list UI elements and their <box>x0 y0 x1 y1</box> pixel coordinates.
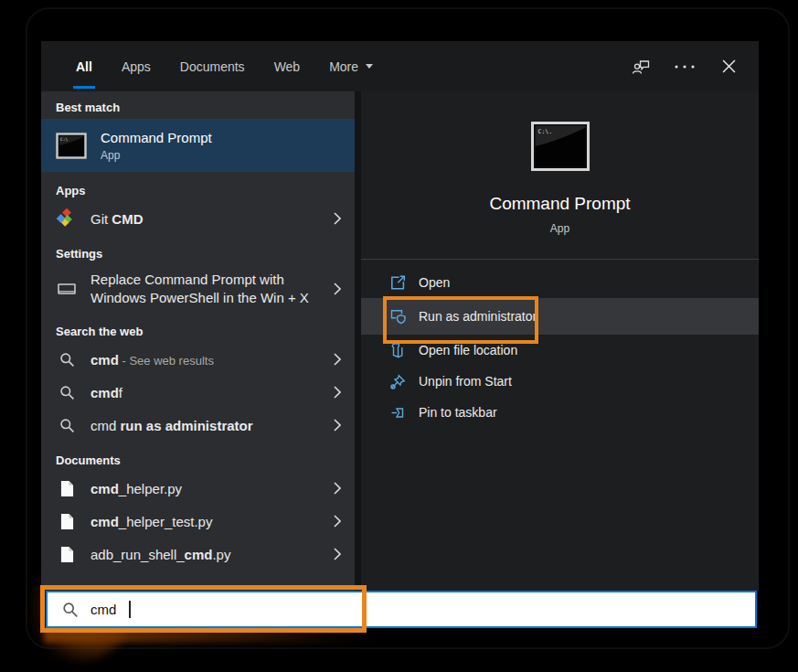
result-web-cmd-see-results[interactable]: cmd - See web results <box>41 343 355 376</box>
result-label: cmd - See web results <box>90 352 318 368</box>
active-tab-underline <box>73 86 95 89</box>
best-match-text: Command Prompt App <box>101 130 212 162</box>
search-icon <box>56 385 78 400</box>
action-run-as-administrator[interactable]: Run as administrator <box>361 298 759 335</box>
feedback-icon[interactable] <box>631 58 651 76</box>
search-icon <box>62 602 79 618</box>
git-icon <box>56 208 78 229</box>
section-header-search-the-web: Search the web <box>41 313 355 343</box>
action-open-file-location[interactable]: Open file location <box>361 335 759 366</box>
result-label: cmd run as administrator <box>90 418 318 433</box>
search-icon <box>56 352 78 368</box>
tab-web-label: Web <box>274 59 301 74</box>
search-icon <box>56 418 78 433</box>
context-actions: Open Run as administrator <box>361 267 759 428</box>
preview-divider <box>361 259 759 260</box>
chevron-right-icon[interactable] <box>331 548 344 560</box>
preview-app-type: App <box>550 222 569 235</box>
preview-pane: C:\. Command Prompt App Open <box>361 91 759 592</box>
action-pin-to-taskbar[interactable]: Pin to taskbar <box>361 397 759 428</box>
preview-app-name: Command Prompt <box>489 194 630 214</box>
chevron-right-icon[interactable] <box>331 283 344 295</box>
tab-all[interactable]: All <box>61 41 107 91</box>
search-results-panes: Best match C:\ Command Prompt App Apps <box>41 91 759 592</box>
search-filter-tabs: All Apps Documents Web More <box>61 41 388 91</box>
tab-more-label: More <box>329 59 358 74</box>
result-label: Replace Command Prompt with Windows Powe… <box>90 271 318 307</box>
results-list-pane: Best match C:\ Command Prompt App Apps <box>41 91 355 586</box>
result-label: cmd_helper_test.py <box>90 514 318 529</box>
best-match-subtitle: App <box>101 149 212 162</box>
result-web-cmd-run-as-administrator[interactable]: cmd run as administrator <box>41 409 355 442</box>
orange-shadow-artifact <box>44 629 382 643</box>
text-cursor <box>129 601 131 618</box>
close-icon[interactable] <box>718 58 739 76</box>
chevron-right-icon[interactable] <box>331 419 344 432</box>
chevron-right-icon[interactable] <box>331 482 344 495</box>
chevron-right-icon[interactable] <box>331 212 344 225</box>
unpin-icon <box>388 373 407 390</box>
svg-text:C:\.: C:\. <box>537 128 552 135</box>
action-open[interactable]: Open <box>361 267 759 298</box>
result-label: cmdf <box>90 385 318 400</box>
chevron-right-icon[interactable] <box>331 386 344 399</box>
section-header-settings: Settings <box>41 235 355 265</box>
pane-divider <box>355 91 361 592</box>
result-label: Git CMD <box>90 211 318 227</box>
result-doc-cmd-helper-test[interactable]: cmd_helper_test.py <box>41 505 355 538</box>
open-icon <box>388 274 407 292</box>
windows-search-flyout: All Apps Documents Web More <box>41 41 759 592</box>
chevron-right-icon[interactable] <box>331 515 344 528</box>
app-preview: C:\. Command Prompt App <box>361 91 759 235</box>
action-label: Open file location <box>419 343 517 357</box>
more-options-icon[interactable] <box>675 58 695 76</box>
tabbar-right-icons <box>631 58 739 76</box>
svg-text:C:\: C:\ <box>60 137 68 142</box>
document-icon <box>56 546 78 563</box>
chevron-down-icon <box>366 64 373 69</box>
result-web-cmdf[interactable]: cmdf <box>41 376 355 409</box>
tab-more[interactable]: More <box>314 41 388 91</box>
document-icon <box>56 480 78 497</box>
action-unpin-from-start[interactable]: Unpin from Start <box>361 366 759 397</box>
best-match-title: Command Prompt <box>101 130 212 145</box>
result-replace-command-prompt-setting[interactable]: Replace Command Prompt with Windows Powe… <box>41 265 355 313</box>
action-label: Pin to taskbar <box>419 405 497 420</box>
result-label: adb_run_shell_cmd.py <box>90 547 318 562</box>
chevron-right-icon[interactable] <box>331 353 344 366</box>
tab-apps-label: Apps <box>122 59 151 74</box>
tab-documents-label: Documents <box>180 59 245 74</box>
action-label: Open <box>419 275 450 290</box>
result-doc-cmd-helper[interactable]: cmd_helper.py <box>41 472 355 505</box>
shield-icon <box>388 308 407 325</box>
section-header-apps: Apps <box>41 172 355 202</box>
document-icon <box>56 513 78 530</box>
section-header-documents: Documents <box>41 442 355 472</box>
pin-icon <box>388 404 407 421</box>
best-match-result-command-prompt[interactable]: C:\ Command Prompt App <box>41 119 355 172</box>
result-git-cmd[interactable]: Git CMD <box>41 202 355 235</box>
taskbar-search-box[interactable]: cmd <box>46 591 757 628</box>
tab-all-label: All <box>76 59 92 74</box>
folder-icon <box>388 342 407 359</box>
tab-documents[interactable]: Documents <box>165 41 260 91</box>
tab-apps[interactable]: Apps <box>107 41 165 91</box>
tab-web[interactable]: Web <box>260 41 315 91</box>
search-filter-tabbar: All Apps Documents Web More <box>41 41 759 91</box>
command-prompt-icon: C:\ <box>56 133 87 159</box>
section-header-best-match: Best match <box>41 91 355 119</box>
result-label: cmd_helper.py <box>90 481 318 496</box>
search-query-text: cmd <box>90 602 116 617</box>
console-window-icon <box>56 282 78 296</box>
action-label: Unpin from Start <box>419 374 512 389</box>
result-doc-adb-run-shell-cmd[interactable]: adb_run_shell_cmd.py <box>41 538 355 571</box>
action-label: Run as administrator <box>419 309 537 324</box>
command-prompt-icon-large: C:\. <box>531 122 590 171</box>
